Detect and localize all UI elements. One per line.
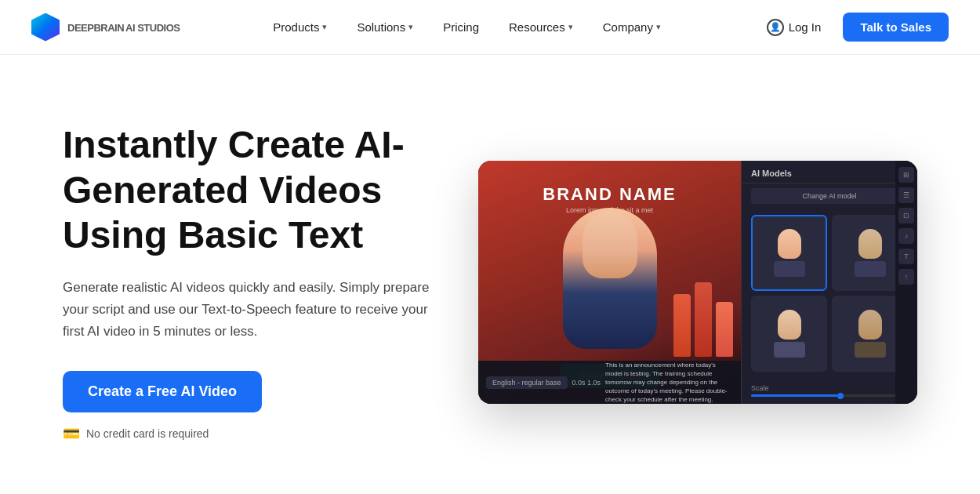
avatar-face (583, 212, 637, 278)
mockup-video: BRAND NAME Lorem ipsum dolor sit a met S… (478, 161, 741, 404)
lipstick-2 (695, 282, 712, 357)
model-face-4 (858, 310, 882, 340)
model-card-3[interactable] (751, 296, 827, 372)
model-card-1[interactable] (751, 215, 827, 291)
nav-pricing[interactable]: Pricing (430, 14, 492, 40)
create-free-video-button[interactable]: Create a Free AI Video (63, 371, 262, 412)
logo-icon (31, 13, 60, 42)
panel-icon-5[interactable]: T (898, 249, 914, 264)
nav-right: 👤 Log In Talk to Sales (754, 13, 949, 42)
nav-links: Products ▾ Solutions ▾ Pricing Resources… (260, 14, 673, 40)
toolbar-language: English - regular base (486, 376, 568, 389)
nav-products[interactable]: Products ▾ (260, 14, 339, 40)
chevron-down-icon: ▾ (322, 22, 327, 32)
navbar: DEEPBRAINAI STUDIOS Products ▾ Solutions… (0, 0, 980, 55)
model-grid (742, 209, 917, 378)
model-body-2 (855, 261, 886, 277)
lipstick-3 (716, 302, 733, 357)
scale-label: Scale (751, 384, 908, 392)
scale-thumb[interactable] (837, 393, 844, 399)
panel-icon-4[interactable]: ♪ (898, 228, 914, 244)
nav-company[interactable]: Company ▾ (590, 14, 673, 40)
toolbar-script: This is an announcement where today's mo… (605, 361, 733, 404)
change-ai-model-button[interactable]: Change AI model (751, 188, 908, 204)
logo-text: DEEPBRAINAI STUDIOS (66, 19, 180, 35)
talk-to-sales-button[interactable]: Talk to Sales (843, 13, 949, 42)
user-icon: 👤 (767, 19, 784, 36)
panel-icons: ⊞ ☰ ⊡ ♪ T ↑ (895, 161, 917, 404)
hero-section: Instantly Create AI-Generated Videos Usi… (0, 55, 980, 494)
model-face-2 (858, 229, 882, 259)
login-button[interactable]: 👤 Log In (754, 13, 834, 42)
panel-title: AI Models (742, 161, 917, 183)
hero-title: Instantly Create AI-Generated Videos Usi… (63, 122, 470, 258)
credit-card-icon: 💳 (63, 425, 80, 442)
mockup-panel: AI Models Change AI model (741, 161, 917, 404)
chevron-down-icon: ▾ (656, 22, 661, 32)
model-card-inner-1 (753, 216, 826, 289)
hero-image: BRAND NAME Lorem ipsum dolor sit a met S… (478, 161, 917, 404)
scale-track[interactable] (751, 394, 908, 397)
model-face-1 (778, 229, 801, 259)
model-card-inner-3 (751, 296, 827, 372)
hero-content: Instantly Create AI-Generated Videos Usi… (63, 122, 470, 442)
lipstick-1 (673, 294, 691, 357)
scale-fill (751, 394, 837, 397)
no-credit-card-notice: 💳 No credit card is required (63, 425, 470, 442)
ai-avatar (563, 208, 657, 349)
model-body-1 (774, 261, 805, 277)
nav-solutions[interactable]: Solutions ▾ (344, 14, 426, 40)
product-mockup: BRAND NAME Lorem ipsum dolor sit a met S… (478, 161, 917, 404)
chevron-down-icon: ▾ (408, 22, 413, 32)
panel-icon-3[interactable]: ⊡ (898, 208, 914, 223)
logo: DEEPBRAINAI STUDIOS (31, 13, 180, 42)
model-body-4 (855, 342, 886, 358)
panel-sliders: Scale Position Z-ind (742, 378, 917, 404)
hero-description: Generate realistic AI videos quickly and… (63, 277, 439, 343)
position-label: Position (751, 403, 908, 404)
lipstick-group (673, 282, 733, 357)
toolbar-time: 0.0s 1.0s (572, 379, 601, 387)
panel-icon-1[interactable]: ⊞ (898, 167, 914, 183)
model-face-3 (778, 310, 801, 340)
panel-icon-6[interactable]: ↑ (898, 269, 914, 285)
panel-icon-2[interactable]: ☰ (898, 187, 914, 203)
brand-name: BRAND NAME (478, 184, 741, 205)
model-body-3 (774, 342, 805, 358)
nav-resources[interactable]: Resources ▾ (496, 14, 586, 40)
mockup-toolbar: English - regular base 0.0s 1.0s This is… (478, 361, 741, 404)
chevron-down-icon: ▾ (568, 22, 573, 32)
scale-slider-row: Scale (751, 384, 908, 397)
position-slider-row: Position (751, 403, 908, 404)
